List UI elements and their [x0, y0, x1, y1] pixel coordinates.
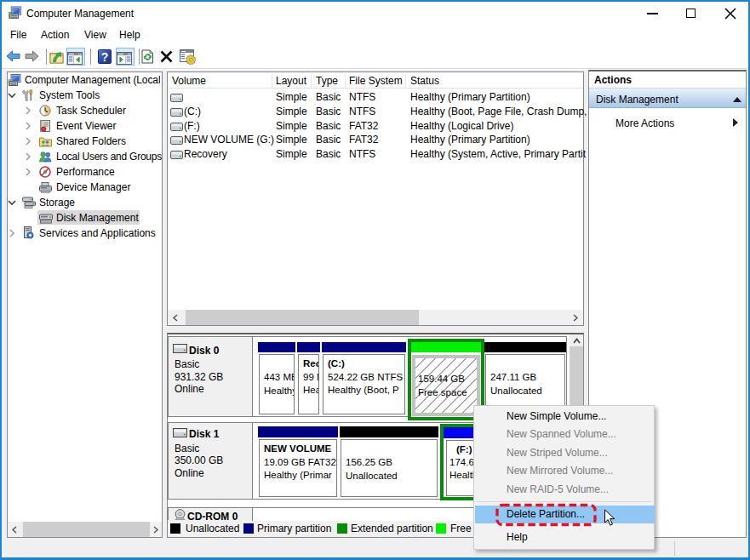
svg-text:?: ? — [101, 50, 109, 64]
